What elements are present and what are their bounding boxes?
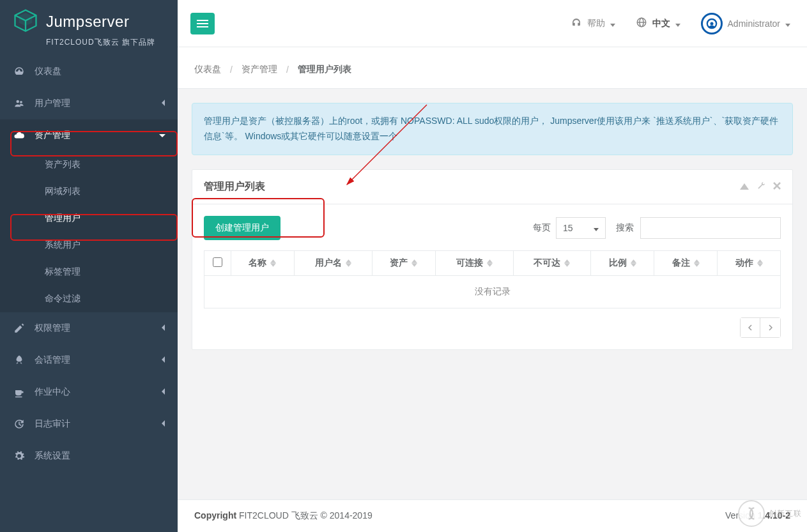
col-label: 资产 <box>390 257 408 268</box>
brand-tagline: FIT2CLOUD飞致云 旗下品牌 <box>46 37 166 48</box>
sidebar-item-user-mgmt[interactable]: 用户管理 <box>0 87 178 119</box>
sidebar-item-label: 资产管理 <box>35 130 70 141</box>
coffee-icon <box>13 386 26 398</box>
sidebar-sub-label: 网域列表 <box>45 186 81 196</box>
sidebar-submenu-asset: 资产列表 网域列表 管理用户 系统用户 标签管理 命令过滤 <box>0 151 178 312</box>
sidebar-item-label: 作业中心 <box>35 386 70 398</box>
user-menu[interactable]: Administrator <box>697 9 794 38</box>
footer: Copyright FIT2CLOUD 飞致云 © 2014-2019 Vers… <box>178 499 807 532</box>
help-link[interactable]: 帮助 <box>567 13 619 34</box>
breadcrumb-dashboard[interactable]: 仪表盘 <box>194 64 221 75</box>
col-unreachable[interactable]: 不可达 <box>513 250 591 275</box>
wrench-icon[interactable] <box>757 181 765 192</box>
sidebar-sub-cmd-filter[interactable]: 命令过滤 <box>0 285 178 312</box>
svg-point-3 <box>17 100 20 103</box>
per-page-control: 每页 15 <box>533 217 606 239</box>
table-toolbar: 创建管理用户 每页 15 搜索 <box>204 216 781 240</box>
sidebar-item-session-mgmt[interactable]: 会话管理 <box>0 344 178 376</box>
sidebar-sub-asset-list[interactable]: 资产列表 <box>0 151 178 178</box>
watermark-text: 创新互联 <box>769 508 802 519</box>
panel: 管理用户列表 创建管理用户 每页 15 <box>192 169 793 350</box>
col-label: 用户名 <box>315 257 342 268</box>
sidebar-item-label: 仪表盘 <box>35 66 61 77</box>
cloud-icon <box>13 130 26 141</box>
empty-message: 没有记录 <box>204 275 781 308</box>
content: 管理用户是资产（被控服务器）上的root，或拥有 NOPASSWD: ALL s… <box>178 89 807 499</box>
caret-down-icon <box>785 19 790 29</box>
chevron-left-icon <box>161 98 166 109</box>
globe-icon <box>636 17 647 30</box>
language-dropdown[interactable]: 中文 <box>632 13 684 34</box>
col-reachable[interactable]: 可连接 <box>435 250 513 275</box>
sidebar-item-perm-mgmt[interactable]: 权限管理 <box>0 312 178 344</box>
sidebar-item-log-audit[interactable]: 日志审计 <box>0 408 178 440</box>
col-comment[interactable]: 备注 <box>654 250 718 275</box>
sidebar-item-asset-mgmt[interactable]: 资产管理 <box>0 119 178 151</box>
sidebar-sub-system-user[interactable]: 系统用户 <box>0 232 178 259</box>
breadcrumb-sep: / <box>286 65 289 75</box>
panel-header: 管理用户列表 <box>192 170 792 204</box>
search-control: 搜索 <box>616 217 781 239</box>
col-username[interactable]: 用户名 <box>294 250 372 275</box>
col-checkbox <box>204 250 231 275</box>
menu-toggle-button[interactable] <box>190 13 215 34</box>
per-page-value: 15 <box>563 223 573 233</box>
sidebar-item-label: 权限管理 <box>35 323 70 334</box>
chevron-left-icon <box>161 419 166 429</box>
col-label: 名称 <box>249 257 266 268</box>
sort-icon <box>270 259 276 267</box>
close-icon[interactable] <box>773 181 781 192</box>
sort-icon <box>411 259 417 267</box>
support-icon <box>571 17 582 30</box>
sidebar-sub-domain-list[interactable]: 网域列表 <box>0 178 178 205</box>
sort-icon <box>694 259 700 267</box>
sort-icon <box>564 259 570 267</box>
sidebar-sub-label: 标签管理 <box>45 266 81 277</box>
sidebar-item-sys-settings[interactable]: 系统设置 <box>0 440 178 472</box>
sidebar-sub-label: 命令过滤 <box>45 293 81 303</box>
copyright-rest: FIT2CLOUD 飞致云 © 2014-2019 <box>236 510 373 521</box>
logo-icon <box>12 8 40 36</box>
copyright-label: Copyright <box>194 510 236 521</box>
page-next-button[interactable] <box>760 317 781 338</box>
admin-user-table: 名称 用户名 资产 可连接 不可达 比例 备注 动作 没有记录 <box>204 250 781 308</box>
breadcrumb: 仪表盘 / 资产管理 / 管理用户列表 <box>178 47 807 89</box>
breadcrumb-current: 管理用户列表 <box>298 64 351 75</box>
panel-body: 创建管理用户 每页 15 搜索 <box>192 204 792 349</box>
copyright: Copyright FIT2CLOUD 飞致云 © 2014-2019 <box>194 510 373 522</box>
search-label: 搜索 <box>616 222 634 234</box>
page-prev-button[interactable] <box>740 317 760 338</box>
main: 帮助 中文 Administrator 仪表盘 / 资产管理 / 管理用户列表 … <box>178 0 807 532</box>
breadcrumb-asset-mgmt[interactable]: 资产管理 <box>242 64 277 75</box>
sidebar-sub-label: 资产列表 <box>45 159 81 169</box>
sort-icon <box>346 259 351 267</box>
sidebar-item-dashboard[interactable]: 仪表盘 <box>0 56 178 87</box>
sidebar-item-job-center[interactable]: 作业中心 <box>0 376 178 408</box>
caret-down-icon <box>675 19 680 29</box>
sidebar-item-label: 会话管理 <box>35 354 70 366</box>
sidebar-sub-admin-user[interactable]: 管理用户 <box>0 205 178 232</box>
panel-tools <box>740 181 781 192</box>
sidebar-sub-label-mgmt[interactable]: 标签管理 <box>0 259 178 285</box>
col-action[interactable]: 动作 <box>718 250 781 275</box>
select-all-checkbox[interactable] <box>213 257 222 267</box>
svg-point-11 <box>710 22 713 25</box>
edit-icon <box>13 323 26 334</box>
logo-area: Jumpserver FIT2CLOUD飞致云 旗下品牌 <box>0 0 178 56</box>
sidebar-sub-label: 系统用户 <box>45 239 81 250</box>
col-ratio[interactable]: 比例 <box>591 250 654 275</box>
watermark-icon <box>738 500 765 527</box>
collapse-icon[interactable] <box>740 181 749 192</box>
pagination <box>204 317 781 338</box>
col-assets[interactable]: 资产 <box>372 250 435 275</box>
create-admin-user-button[interactable]: 创建管理用户 <box>204 216 281 240</box>
col-name[interactable]: 名称 <box>231 250 295 275</box>
table-empty-row: 没有记录 <box>204 275 781 308</box>
users-icon <box>13 98 26 109</box>
search-input[interactable] <box>640 217 781 239</box>
per-page-select[interactable]: 15 <box>556 217 606 239</box>
language-label: 中文 <box>652 18 670 29</box>
sort-icon <box>631 259 636 267</box>
caret-down-icon <box>594 223 599 233</box>
sort-icon <box>757 259 763 267</box>
